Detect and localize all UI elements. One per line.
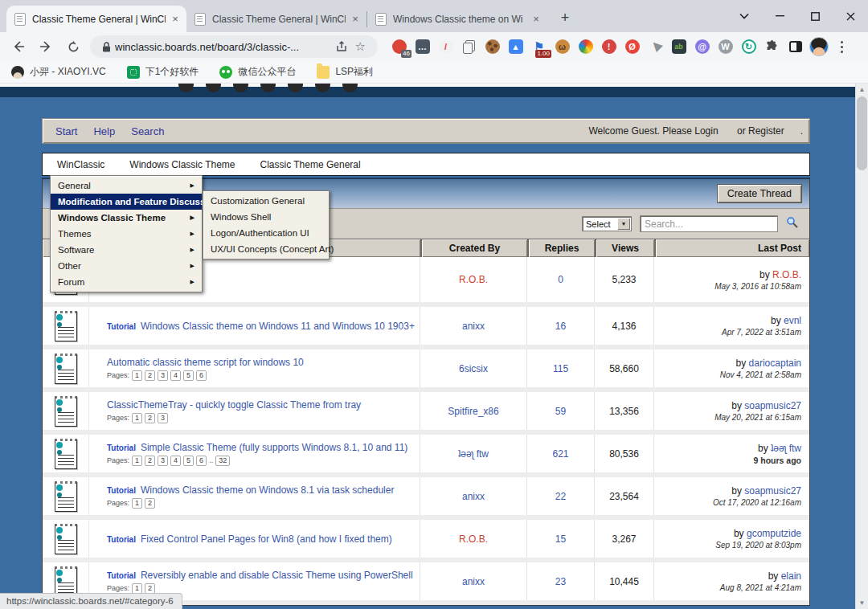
header-cell-created-by[interactable]: Created By: [422, 239, 527, 257]
replies-link[interactable]: 22: [555, 491, 566, 502]
page-badge[interactable]: 3: [158, 413, 168, 423]
card-dots-icon[interactable]: …: [411, 35, 434, 59]
tab-search-chevron-icon[interactable]: [727, 0, 762, 32]
image-ext-icon[interactable]: ▴: [504, 35, 527, 59]
bookmark-item[interactable]: 小羿 - XIAOYI.VC: [11, 65, 106, 79]
replies-link[interactable]: 23: [555, 576, 566, 587]
back-button[interactable]: [7, 35, 30, 58]
created-by-link[interactable]: anixx: [462, 321, 485, 332]
menu-item-other[interactable]: Other▶: [51, 258, 202, 274]
at-icon[interactable]: @: [690, 35, 714, 59]
cookie-icon[interactable]: [481, 35, 504, 59]
page-badge[interactable]: 2: [145, 413, 155, 423]
page-badge[interactable]: 32: [215, 456, 230, 466]
extensions-puzzle-icon[interactable]: [760, 35, 784, 59]
page-badge[interactable]: 1: [132, 498, 142, 509]
bookmark-item[interactable]: 微信公众平台: [219, 65, 296, 79]
replies-link[interactable]: 0: [558, 274, 563, 285]
parrot-icon[interactable]: [574, 35, 597, 59]
page-badge[interactable]: 4: [170, 370, 181, 381]
browser-tab[interactable]: Windows Classic theme on Wi×: [367, 6, 547, 32]
browser-menu-icon[interactable]: [830, 35, 854, 59]
browser-tab[interactable]: Classic Theme General | WinCl×: [186, 6, 366, 32]
page-badge[interactable]: 1: [132, 413, 142, 423]
hide-ads-icon[interactable]: Ø: [620, 35, 644, 59]
bookmark-item[interactable]: 下1个好软件: [127, 65, 199, 79]
page-badge[interactable]: 3: [158, 456, 168, 466]
lastpost-by-link[interactable]: gcomputzide: [747, 528, 801, 539]
page-badge[interactable]: 2: [145, 370, 155, 381]
header-cell-last-post[interactable]: Last Post: [656, 239, 809, 257]
page-badge[interactable]: 6: [196, 370, 207, 381]
page-badge[interactable]: 3: [158, 370, 168, 381]
menu-item-forum[interactable]: Forum▶: [51, 274, 202, 290]
maximize-button[interactable]: [797, 0, 833, 32]
menu-item-software[interactable]: Software▶: [51, 242, 202, 258]
pen-icon[interactable]: /: [434, 35, 457, 59]
lastpost-by-link[interactable]: elain: [781, 570, 801, 582]
browser-tab[interactable]: Classic Theme General | WinCl×: [6, 6, 186, 32]
copy-docs-icon[interactable]: [457, 35, 481, 59]
replies-link[interactable]: 15: [555, 533, 566, 545]
create-thread-button[interactable]: Create Thread: [717, 184, 802, 203]
submenu-item-logon-authentication-ui[interactable]: Logon/Authentication UI: [203, 225, 329, 241]
thread-search-input[interactable]: [640, 215, 778, 232]
replies-link[interactable]: 59: [555, 406, 566, 417]
lastpost-by-link[interactable]: dariocaptain: [749, 358, 801, 369]
scrollbar-down-icon[interactable]: ▼: [856, 597, 868, 609]
created-by-link[interactable]: anixx: [462, 576, 485, 587]
page-badge[interactable]: 5: [183, 456, 194, 466]
replies-link[interactable]: 16: [555, 321, 566, 332]
menu-item-windows-classic-theme[interactable]: Windows Classic Theme▶: [51, 210, 202, 226]
forward-button[interactable]: [35, 35, 57, 58]
thread-title-link[interactable]: Automatic classic theme script for windo…: [107, 357, 304, 368]
replies-link[interactable]: 115: [553, 363, 568, 374]
bookmark-item[interactable]: LSP福利: [317, 65, 373, 79]
thread-title-link[interactable]: Fixed Control Panel Pages for Win8 (and …: [141, 533, 392, 545]
page-badge[interactable]: 1: [132, 370, 142, 381]
menubar-link-start[interactable]: Start: [55, 125, 77, 137]
profile-avatar[interactable]: [807, 35, 830, 59]
menu-item-general[interactable]: General▶: [51, 178, 202, 194]
scrollbar-thumb[interactable]: [857, 96, 867, 170]
scrollbar-up-icon[interactable]: ▲: [856, 84, 868, 96]
sidebar-toggle-icon[interactable]: [784, 35, 807, 59]
submenu-item-customization-general[interactable]: Customization General: [203, 193, 329, 209]
thread-select-dropdown[interactable]: Select ▼: [582, 216, 632, 231]
thread-title-link[interactable]: ClassicThemeTray - quickly toggle Classi…: [107, 399, 361, 411]
menu-item-themes[interactable]: Themes▶: [51, 226, 202, 242]
flag-price-icon[interactable]: ⚑1.00: [527, 35, 551, 59]
page-badge[interactable]: 1: [132, 456, 142, 466]
tab-close-icon[interactable]: ×: [169, 13, 182, 26]
reload-button[interactable]: [62, 35, 84, 58]
scrollbar[interactable]: ▲ ▼: [855, 84, 868, 609]
abcd-icon[interactable]: ab: [667, 35, 690, 59]
adblocker-icon[interactable]: 46: [387, 35, 411, 59]
new-tab-button[interactable]: +: [554, 6, 576, 29]
page-badge[interactable]: 4: [170, 456, 181, 466]
share-icon[interactable]: [336, 41, 347, 52]
sync-icon[interactable]: ↻: [737, 35, 760, 59]
bookmark-star-icon[interactable]: ☆: [355, 39, 366, 54]
menu-item-modification-and-feature-discussion[interactable]: Modification and Feature Discussion▶: [51, 194, 202, 210]
thread-title-link[interactable]: Windows Classic theme on Windows 11 and …: [141, 321, 415, 332]
url-text[interactable]: winclassic.boards.net/board/3/classic-..…: [115, 41, 332, 53]
pointer-icon[interactable]: ▶: [644, 35, 667, 59]
page-badge[interactable]: 2: [145, 498, 155, 509]
nav-menu-windows-classic-theme[interactable]: Windows Classic Theme: [129, 159, 235, 170]
close-button[interactable]: [833, 0, 868, 32]
nav-menu-winclassic[interactable]: WinClassic: [57, 159, 104, 170]
alert-icon[interactable]: !: [597, 35, 620, 59]
page-badge[interactable]: 1: [132, 583, 142, 594]
created-by-link[interactable]: R.O.B.: [459, 533, 488, 545]
page-badge[interactable]: 2: [145, 456, 155, 466]
thread-title-link[interactable]: Windows Classic theme on Windows 8.1 via…: [141, 484, 394, 496]
search-go-icon[interactable]: [786, 216, 798, 231]
lastpost-by-link[interactable]: soapmusic27: [744, 400, 801, 411]
thread-title-link[interactable]: Reversibly enable and disable Classic Th…: [141, 570, 413, 581]
omnibox[interactable]: winclassic.boards.net/board/3/classic-..…: [90, 35, 378, 58]
header-cell-replies[interactable]: Replies: [529, 239, 595, 257]
lastpost-by-link[interactable]: soapmusic27: [744, 485, 801, 497]
monkey-icon[interactable]: ω: [551, 35, 574, 59]
menubar-link-help[interactable]: Help: [93, 125, 115, 137]
